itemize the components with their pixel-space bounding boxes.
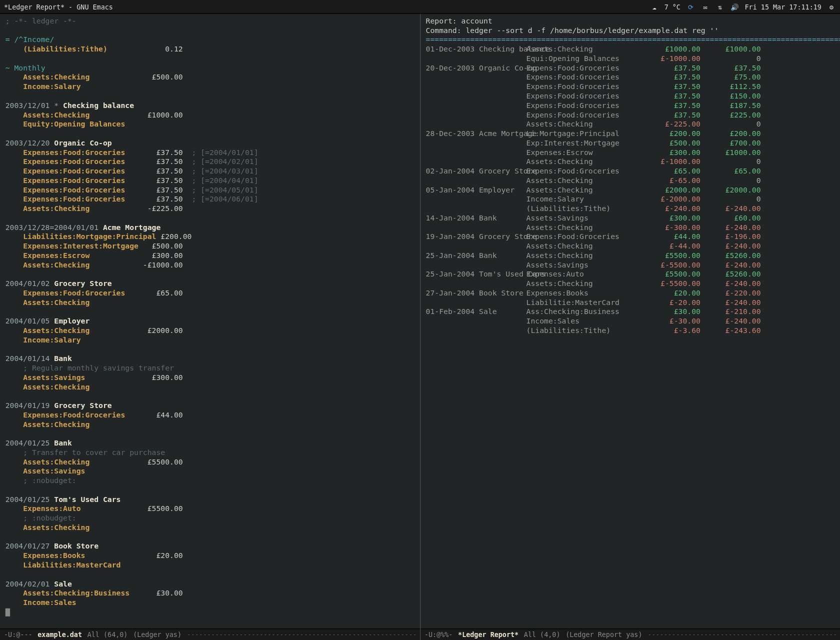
reg-balance: £187.50 xyxy=(700,101,761,110)
reg-balance: £75.00 xyxy=(700,73,761,82)
source-line xyxy=(6,92,414,102)
source-line xyxy=(6,430,414,439)
posting-comment: ; [=2004/05/01] xyxy=(183,186,258,194)
reg-amount: £-240.00 xyxy=(640,204,700,214)
posting-account: Assets:Savings xyxy=(6,467,86,476)
posting-amount: £30.00 xyxy=(156,589,182,598)
tx-date: 2004/01/19 xyxy=(6,402,54,410)
source-line: Expenses:Escrow £300.00 xyxy=(6,252,414,261)
source-line: Assets:Checking £1000.00 xyxy=(6,110,414,120)
reg-account: Assets:Checking xyxy=(526,252,640,261)
tx-payee: Bank xyxy=(54,354,72,363)
reg-amount: £200.00 xyxy=(640,130,700,139)
posting-amount: £65.00 xyxy=(156,289,182,298)
reg-balance: £200.00 xyxy=(700,130,761,139)
modeline-filename: example.dat xyxy=(38,631,82,638)
reg-date-payee xyxy=(426,326,526,336)
reg-amount: £-5500.00 xyxy=(640,280,700,289)
source-line: Assets:Checking xyxy=(6,298,414,308)
reg-balance: £-240.00 xyxy=(700,280,761,289)
posting-comment: ; [=2004/03/01] xyxy=(183,167,258,176)
posting-account: Assets:Checking xyxy=(6,524,90,532)
source-line xyxy=(6,392,414,402)
reg-account: Ass:Checking:Business xyxy=(526,308,640,317)
register-row: Income:Salary£-2000.000 xyxy=(426,195,835,204)
network-icon[interactable]: ⇅ xyxy=(716,2,725,12)
source-line xyxy=(6,270,414,280)
refresh-icon[interactable]: ⟳ xyxy=(686,2,696,12)
reg-account: Assets:Savings xyxy=(526,260,640,270)
tx-date: 2004/01/25 xyxy=(6,439,54,448)
reg-amount: £-2000.00 xyxy=(640,195,700,204)
reg-balance: £-196.00 xyxy=(700,232,761,242)
source-line: Equity:Opening Balances xyxy=(6,120,414,130)
source-line: Liabilities:Mortgage:Principal £200.00 xyxy=(6,232,414,242)
register-row: 25-Jan-2004 BankAssets:Checking£5500.00£… xyxy=(426,252,835,261)
posting-account: Assets:Checking xyxy=(6,326,90,335)
reg-amount: £-20.00 xyxy=(640,298,700,308)
weather-icon[interactable]: ☁ xyxy=(650,2,659,12)
reg-date-payee xyxy=(426,176,526,186)
reg-amount: £-65.00 xyxy=(640,176,700,186)
reg-account: (Liabilities:Tithe) xyxy=(526,204,640,214)
posting-amount: £500.00 xyxy=(152,73,183,82)
left-pane[interactable]: ; -*- ledger -*- = /^Income/ (Liabilitie… xyxy=(0,14,420,640)
register-row: Expens:Food:Groceries£37.50£112.50 xyxy=(426,82,835,92)
posting-account: Expenses:Food:Groceries xyxy=(6,167,126,176)
reg-balance: 0 xyxy=(700,195,761,204)
register-row: Assets:Checking£-5500.00£-240.00 xyxy=(426,280,835,289)
posting-amount: £5500.00 xyxy=(148,458,183,466)
source-line: 2004/01/25 Bank xyxy=(6,439,414,448)
ledger-source-buffer[interactable]: ; -*- ledger -*- = /^Income/ (Liabilitie… xyxy=(0,14,420,620)
register-row: (Liabilities:Tithe)£-240.00£-240.00 xyxy=(426,204,835,214)
posting-comment: ; [=2004/02/01] xyxy=(183,158,258,166)
reg-date-payee: 27-Jan-2004 Book Store xyxy=(426,289,526,298)
reg-account: Assets:Checking xyxy=(526,45,640,54)
register-row: 27-Jan-2004 Book StoreExpenses:Books£20.… xyxy=(426,289,835,298)
reg-balance: 0 xyxy=(700,120,761,130)
reg-balance: £2000.00 xyxy=(700,186,761,195)
posting-amount: £20.00 xyxy=(156,552,182,560)
posting-amount: £37.50 xyxy=(156,186,182,194)
reg-balance: £-210.00 xyxy=(700,308,761,317)
source-line: ~ Monthly xyxy=(6,64,414,73)
ledger-report-buffer[interactable]: Report: accountCommand: ledger --sort d … xyxy=(420,14,840,338)
reg-date-payee xyxy=(426,223,526,232)
reg-amount: £-1000.00 xyxy=(640,54,700,64)
source-line: Expenses:Food:Groceries £37.50 ; [=2004/… xyxy=(6,167,414,176)
source-line: Expenses:Food:Groceries £37.50 ; [=2004/… xyxy=(6,176,414,186)
tx-payee: Grocery Store xyxy=(54,402,112,410)
register-row: Assets:Checking£-65.000 xyxy=(426,176,835,186)
reg-account: Expens:Food:Groceries xyxy=(526,110,640,120)
source-line: ; Transfer to cover car purchase xyxy=(6,448,414,458)
source-line: = /^Income/ xyxy=(6,36,414,45)
posting-comment: ; [=2004/01/01] xyxy=(183,148,258,156)
reg-balance: £37.50 xyxy=(700,64,761,73)
posting-account: Income:Salary xyxy=(6,336,81,344)
tx-date: 2004/01/05 xyxy=(6,317,54,326)
source-line: Income:Salary xyxy=(6,82,414,92)
source-line: Income:Salary xyxy=(6,336,414,345)
reg-account: Expens:Food:Groceries xyxy=(526,82,640,92)
source-line: 2003/12/28=2004/01/01 Acme Mortgage xyxy=(6,223,414,232)
mail-icon[interactable]: ✉ xyxy=(700,2,710,12)
source-line: Assets:Checking £500.00 xyxy=(6,73,414,82)
weather-text: 7 °C xyxy=(664,3,680,10)
register-row: Income:Sales£-30.00£-240.00 xyxy=(426,317,835,326)
posting-amount: £300.00 xyxy=(152,252,183,260)
source-line: 2003/12/20 Organic Co-op xyxy=(6,138,414,148)
source-line: 2004/01/19 Grocery Store xyxy=(6,402,414,411)
source-line: Assets:Checking xyxy=(6,420,414,430)
comment-line: ; Transfer to cover car purchase xyxy=(6,448,165,456)
reg-balance: £-240.00 xyxy=(700,298,761,308)
report-title: Report: account xyxy=(426,17,835,26)
reg-date-payee xyxy=(426,54,526,64)
menu-icon[interactable]: ⚙ xyxy=(827,2,836,12)
register-row: (Liabilities:Tithe)£-3.60£-243.60 xyxy=(426,326,835,336)
register-row: 01-Dec-2003 Checking balanceAssets:Check… xyxy=(426,45,835,54)
right-pane[interactable]: Report: accountCommand: ledger --sort d … xyxy=(420,14,840,640)
reg-balance: 0 xyxy=(700,158,761,167)
source-line: 2004/01/25 Tom's Used Cars xyxy=(6,495,414,504)
volume-icon[interactable]: 🔊 xyxy=(730,2,740,12)
register-row: Expenses:Escrow£300.00£1000.00 xyxy=(426,148,835,158)
